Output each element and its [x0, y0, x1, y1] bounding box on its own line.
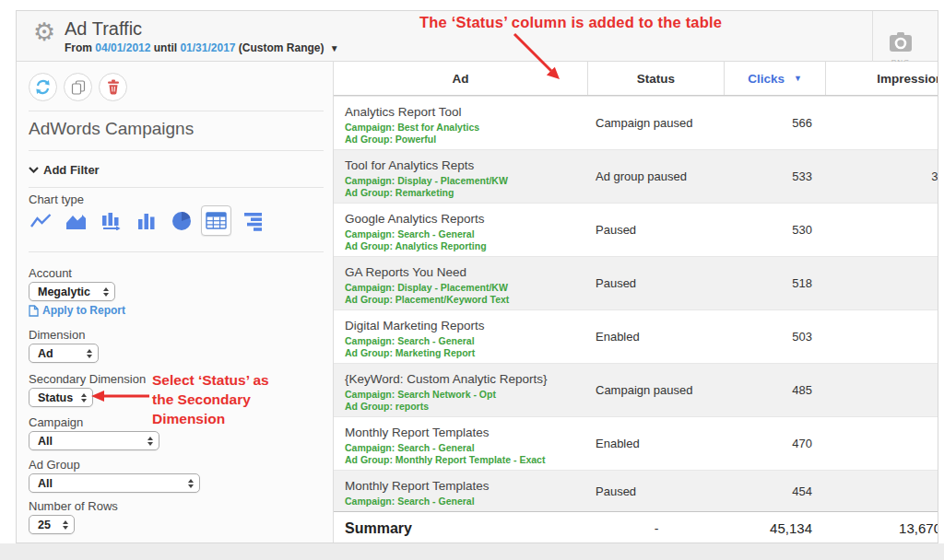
- ad-group: Ad Group: Remarketing: [345, 187, 583, 199]
- dimension-select[interactable]: Ad: [29, 344, 99, 363]
- trash-icon: [107, 79, 120, 95]
- ad-campaign: Campaign: Display - Placement/KW: [345, 282, 583, 294]
- table-row: Google Analytics Reports Campaign: Searc…: [334, 203, 938, 256]
- summary-row: Summary - 45,134 13,670: [334, 511, 938, 542]
- refresh-button[interactable]: [29, 73, 57, 101]
- ad-group: Ad Group: reports: [345, 401, 583, 413]
- widget-name-title: AdWords Campaigns: [29, 119, 194, 139]
- sort-desc-icon: ▼: [794, 74, 802, 83]
- status-cell: Campaign paused: [588, 364, 725, 416]
- widget-title: Ad Traffic: [65, 18, 142, 40]
- status-cell: Ad group paused: [588, 150, 725, 203]
- chevron-down-icon: [29, 167, 39, 173]
- camera-icon: [887, 31, 914, 53]
- number-of-rows-select[interactable]: 25: [29, 515, 75, 534]
- secondary-dimension-value: Status: [38, 391, 73, 404]
- summary-status: -: [588, 512, 725, 542]
- impressions-cell: [826, 257, 938, 309]
- line-chart-icon[interactable]: [26, 205, 56, 236]
- ad-campaign: Campaign: Best for Analytics: [345, 122, 583, 134]
- ad-group: Ad Group: Marketing Report: [345, 347, 583, 359]
- clicks-cell: 530: [725, 204, 826, 256]
- ad-title: {KeyWord: Custom Analytic Reports}: [345, 372, 583, 386]
- number-of-rows-value: 25: [38, 519, 51, 531]
- column-header-impressions[interactable]: Impressions: [826, 62, 938, 95]
- apply-to-report-label: Apply to Report: [42, 304, 125, 317]
- impressions-cell: 3,: [826, 150, 938, 203]
- table-row: {KeyWord: Custom Analytic Reports} Campa…: [334, 363, 938, 416]
- clicks-cell: 518: [725, 257, 826, 309]
- chart-type-picker: [26, 205, 266, 236]
- clicks-cell: 454: [725, 471, 826, 511]
- annotation-status-column: The ‘Status’ column is added to the tabl…: [419, 14, 722, 31]
- account-value: Megalytic: [38, 286, 90, 298]
- impressions-cell: [826, 204, 938, 256]
- divider: [872, 11, 873, 62]
- annotation-secondary-dimension: Select ‘Status’ as the Secondary Dimensi…: [152, 370, 269, 428]
- table-row: Tool for Analytics Repts Campaign: Displ…: [334, 149, 938, 203]
- summary-label: Summary: [334, 512, 588, 542]
- column-header-ad[interactable]: Ad: [334, 62, 588, 95]
- date-from-label: From: [65, 41, 92, 54]
- status-cell: Paused: [588, 471, 725, 511]
- pie-chart-icon[interactable]: [166, 205, 196, 236]
- impressions-cell: [826, 471, 938, 511]
- date-range-type: (Custom Range): [239, 41, 324, 54]
- duplicate-button[interactable]: [64, 73, 92, 101]
- annotation-line: the Secondary: [152, 390, 269, 409]
- divider: [29, 187, 324, 188]
- column-header-clicks[interactable]: Clicks ▼: [725, 62, 826, 95]
- date-until-label: until: [154, 41, 177, 54]
- table-row: Digital Marketing Reports Campaign: Sear…: [334, 309, 938, 363]
- page-background-strip: [0, 543, 944, 560]
- summary-impressions: 13,670: [826, 512, 938, 542]
- apply-to-report-link[interactable]: Apply to Report: [29, 304, 125, 317]
- gear-icon[interactable]: ⚙: [33, 20, 55, 45]
- status-cell: Enabled: [588, 417, 725, 470]
- ad-campaign: Campaign: Display - Placement/KW: [345, 175, 583, 187]
- ad-group: Ad Group: Analytics Reporting: [345, 240, 583, 252]
- campaign-select[interactable]: All: [29, 431, 159, 450]
- add-filter-toggle[interactable]: Add Filter: [29, 163, 100, 177]
- column-chart-icon[interactable]: [131, 205, 161, 236]
- table-row: Monthly Report Templates Campaign: Searc…: [334, 470, 938, 511]
- ad-title: Analytics Report Tool: [345, 105, 583, 119]
- ad-group-label: Ad Group: [29, 458, 80, 472]
- account-label: Account: [29, 266, 72, 280]
- account-select[interactable]: Megalytic: [29, 282, 115, 301]
- status-cell: Campaign paused: [588, 97, 725, 149]
- status-cell: Paused: [588, 204, 725, 256]
- widget-toolbar: [29, 73, 127, 101]
- select-arrows-icon: [81, 393, 87, 402]
- clicks-header-label: Clicks: [748, 72, 785, 86]
- status-cell: Paused: [588, 257, 725, 309]
- table-view-icon[interactable]: [201, 205, 231, 236]
- add-filter-label: Add Filter: [43, 163, 100, 177]
- column-motion-chart-icon[interactable]: [96, 205, 126, 236]
- select-arrows-icon: [148, 437, 153, 446]
- secondary-dimension-label: Secondary Dimension: [29, 372, 146, 386]
- ad-group: Ad Group: Monthly Report Template - Exac…: [345, 454, 583, 466]
- column-header-status[interactable]: Status: [588, 62, 725, 95]
- number-of-rows-label: Number of Rows: [29, 499, 118, 513]
- ad-title: Tool for Analytics Repts: [345, 158, 583, 172]
- ad-group: Ad Group: Placement/Keyword Text: [345, 294, 583, 306]
- secondary-dimension-select[interactable]: Status: [29, 388, 93, 407]
- summary-clicks: 45,134: [725, 512, 826, 542]
- clicks-cell: 485: [725, 364, 826, 416]
- area-chart-icon[interactable]: [61, 205, 91, 236]
- ad-title: GA Reports You Need: [345, 265, 583, 279]
- ad-title: Digital Marketing Reports: [345, 319, 583, 332]
- table-header-row: Ad Status Clicks ▼ Impressions: [334, 62, 938, 96]
- bar-chart-icon[interactable]: [236, 205, 266, 236]
- annotation-line: Dimension: [152, 409, 269, 428]
- delete-button[interactable]: [99, 73, 127, 101]
- report-widget-panel: ⚙ Ad Traffic From 04/01/2012 until 01/31…: [16, 10, 938, 543]
- campaign-label: Campaign: [29, 415, 83, 429]
- date-until-value: 01/31/2017: [180, 41, 235, 54]
- table-row: Analytics Report Tool Campaign: Best for…: [334, 96, 938, 149]
- ad-group-select[interactable]: All: [29, 473, 200, 493]
- ad-title: Monthly Report Templates: [345, 479, 583, 493]
- select-arrows-icon: [103, 287, 109, 297]
- date-range-selector[interactable]: From 04/01/2012 until 01/31/2017 (Custom…: [65, 41, 339, 54]
